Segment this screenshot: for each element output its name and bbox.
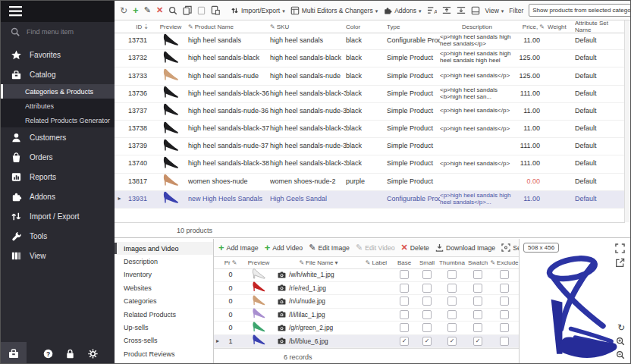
base-checkbox[interactable]: [400, 297, 409, 306]
swatch-checkbox[interactable]: [473, 323, 482, 332]
tab-categories[interactable]: Categories: [115, 295, 213, 308]
import-export-menu[interactable]: Import/Export▾: [231, 6, 285, 15]
image-row-g-r-green-2-jpg[interactable]: 0/g/r/green_2.jpg: [214, 322, 519, 335]
product-row-13733[interactable]: 13733high heel sandals-nudehigh heel san…: [115, 67, 625, 85]
small-checkbox[interactable]: [422, 297, 432, 306]
column-header-product-name[interactable]: ✎Product Name: [188, 24, 270, 30]
column-header-description[interactable]: Description: [440, 24, 514, 30]
sidebar-item-catalog[interactable]: Catalog: [1, 64, 115, 84]
sidebar-item-view[interactable]: View: [1, 246, 115, 265]
product-row-13732[interactable]: 13732high heel sandals-blackhigh heel sa…: [115, 50, 625, 67]
tab-description[interactable]: Description: [115, 255, 213, 268]
tab-related-products[interactable]: Related Products: [115, 308, 213, 321]
addons-menu[interactable]: Addons▾: [383, 6, 421, 15]
column-header-label[interactable]: ✎Label: [359, 259, 393, 266]
download-image-button[interactable]: Download Image: [435, 243, 495, 252]
column-header-price[interactable]: Price,✎: [514, 24, 548, 30]
sidebar-item-import-export[interactable]: Import / Export: [1, 206, 115, 226]
card-view-button[interactable]: [471, 6, 480, 15]
fullscreen-icon[interactable]: [615, 243, 625, 255]
exclude-checkbox[interactable]: [500, 270, 509, 279]
thumbnail-checkbox[interactable]: [447, 310, 457, 319]
multi-editors-menu[interactable]: Multi Editors & Changers▾: [290, 6, 378, 15]
swatch-checkbox[interactable]: [473, 297, 482, 306]
hamburger-menu-icon[interactable]: [9, 6, 23, 17]
tab-product-reviews[interactable]: Product Reviews: [115, 347, 213, 360]
filter-select[interactable]: Show products from selected categories ▾: [529, 4, 631, 17]
thumbnail-checkbox[interactable]: [447, 284, 457, 293]
product-row-13739[interactable]: 13739high heel sandals-nude-37high heel …: [115, 138, 625, 155]
sidebar-item-related-products-generator[interactable]: Related Products Generator: [1, 113, 115, 127]
sidebar-item-attributes[interactable]: Attributes: [1, 99, 115, 113]
swatch-checkbox[interactable]: ✓: [473, 337, 482, 346]
sort-az-button[interactable]: A: [427, 6, 437, 14]
expand-rows-button[interactable]: [442, 6, 451, 14]
column-header-swatch[interactable]: Swatch: [466, 259, 490, 266]
help-icon[interactable]: ?: [42, 348, 54, 359]
column-header-preview[interactable]: Preview: [153, 24, 188, 30]
edit-product-button[interactable]: ✎: [144, 6, 151, 14]
paste-button[interactable]: [197, 6, 206, 15]
collapse-rows-button[interactable]: [457, 6, 466, 14]
edit-image-button[interactable]: ✎Edit Image: [309, 243, 350, 252]
small-checkbox[interactable]: [422, 270, 432, 279]
small-checkbox[interactable]: [422, 310, 432, 319]
thumbnail-checkbox[interactable]: [447, 323, 457, 332]
tab-cross-sells[interactable]: Cross-sells: [115, 334, 213, 347]
lock-icon[interactable]: [64, 348, 76, 359]
thumbnail-checkbox[interactable]: [447, 270, 457, 279]
zoom-out-icon[interactable]: [616, 350, 625, 361]
base-checkbox[interactable]: [400, 323, 409, 332]
copy-button[interactable]: [183, 5, 192, 15]
small-checkbox[interactable]: ✓: [422, 337, 432, 346]
image-row-n-u-nude-jpg[interactable]: 0/n/u/nude.jpg: [214, 295, 519, 309]
column-header-type[interactable]: Type: [387, 24, 440, 30]
column-header-image-preview[interactable]: Preview: [240, 259, 278, 266]
product-row-13740[interactable]: 13740high heel sandals-black-38high heel…: [115, 155, 625, 173]
image-row-r-e-red-1-jpg[interactable]: 0/r/e/red_1.jpg: [214, 282, 519, 296]
swatch-checkbox[interactable]: [473, 270, 482, 279]
product-row-13817[interactable]: 13817women shoes-nudewomen shoes-nude-2p…: [115, 174, 625, 191]
swatch-checkbox[interactable]: [473, 310, 482, 319]
product-row-13931[interactable]: ▸13931new High Heels SandalsHigh Geels S…: [115, 191, 625, 209]
thumbnail-checkbox[interactable]: ✓: [447, 337, 457, 346]
sidebar-item-addons[interactable]: Addons: [1, 187, 115, 206]
vertical-scrollbar[interactable]: [624, 20, 630, 222]
sidebar-item-orders[interactable]: Orders: [1, 147, 115, 167]
small-checkbox[interactable]: [422, 284, 432, 293]
add-video-button[interactable]: +Add Video: [265, 243, 303, 253]
sidebar-item-reports[interactable]: Reports: [1, 167, 115, 187]
column-header-sku[interactable]: ✎SKU: [270, 24, 346, 30]
base-checkbox[interactable]: ✓: [400, 337, 409, 346]
column-header-position[interactable]: Pr✎: [221, 259, 240, 266]
exclude-checkbox[interactable]: [500, 284, 509, 293]
sidebar-item-customers[interactable]: Customers: [1, 127, 115, 147]
tab-websites[interactable]: Websites: [115, 281, 213, 294]
tab-up-sells[interactable]: Up-sells: [115, 321, 213, 334]
exclude-checkbox[interactable]: [500, 337, 509, 346]
product-row-13731[interactable]: 13731high heel sandalshigh heel sandalsb…: [115, 33, 625, 50]
menu-search-input[interactable]: [25, 27, 104, 36]
swatch-checkbox[interactable]: [473, 284, 482, 293]
exclude-checkbox[interactable]: [500, 323, 509, 332]
exclude-checkbox[interactable]: [500, 297, 509, 306]
column-header-color[interactable]: Color: [346, 24, 387, 30]
sidebar-item-tools[interactable]: Tools: [1, 226, 115, 246]
column-header-attribute-set[interactable]: Attribute Set Name: [575, 20, 625, 33]
delete-product-button[interactable]: ✕: [156, 6, 163, 14]
view-menu[interactable]: View▾: [485, 7, 504, 14]
column-header-thumbnail[interactable]: Thumbna: [438, 259, 466, 266]
delete-button[interactable]: ✕Delete: [401, 243, 429, 252]
base-checkbox[interactable]: [400, 284, 409, 293]
column-header-weight[interactable]: Weight: [548, 24, 575, 30]
add-image-button[interactable]: +Add Image: [218, 243, 259, 253]
column-header-exclude[interactable]: ✎Exclude: [490, 259, 519, 266]
edit-video-button[interactable]: ✎Edit Video: [356, 243, 395, 252]
image-row-b-l-blue-6-jpg[interactable]: ▸1/b/l/blue_6.jpg✓✓✓✓: [214, 335, 519, 349]
image-row-w-h-white-1-jpg[interactable]: 0/w/h/white_1.jpg: [214, 268, 519, 282]
set-resize-rule-button[interactable]: Set Resize Rule: [501, 243, 519, 252]
catalog-mode-button[interactable]: [1, 342, 27, 364]
open-external-icon[interactable]: [615, 258, 625, 269]
product-row-13738[interactable]: 13738high heel sandals-black-37high heel…: [115, 121, 625, 138]
small-checkbox[interactable]: [422, 323, 432, 332]
